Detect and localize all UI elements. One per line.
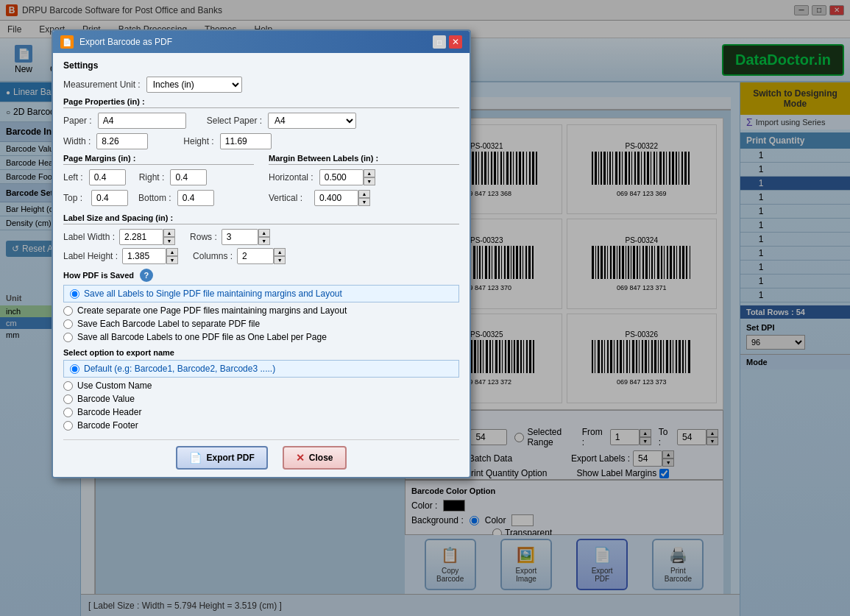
export-name-opt4-label[interactable]: Barcode Header <box>63 406 459 419</box>
lh-up-btn[interactable]: ▲ <box>166 248 178 256</box>
vertical-margin-row: Vertical : ▲ ▼ <box>269 190 459 206</box>
export-name-opt1-label[interactable]: Default (e.g: Barcode1, Barcode2, Barcod… <box>70 364 453 374</box>
modal-titlebar: 📄 Export Barcode as PDF □ ✕ <box>53 31 470 53</box>
left-right-margin-row: Left : Right : <box>63 169 254 185</box>
page-properties-title: Page Properties (in) : <box>63 97 459 108</box>
bottom-label: Bottom : <box>138 193 171 203</box>
pdf-option-4-row: Save all Barcode Labels to one PDF file … <box>63 330 459 344</box>
margin-between-group: Margin Between Labels (in) : Horizontal … <box>269 154 459 210</box>
select-paper-label: Select Paper : <box>207 116 262 126</box>
pdf-option-2-row: Create separate one Page PDF files maint… <box>63 304 459 317</box>
cols-up-btn[interactable]: ▲ <box>274 248 286 256</box>
cols-down-btn[interactable]: ▼ <box>274 256 286 264</box>
label-size-title: Label Size and Spacing (in) : <box>63 213 459 224</box>
bottom-input[interactable] <box>177 190 214 206</box>
columns-label: Columns : <box>193 251 233 261</box>
rows-group: Rows : ▲ ▼ <box>190 229 270 245</box>
left-label: Left : <box>63 172 83 183</box>
export-pdf-modal-btn[interactable]: 📄 Export PDF <box>176 446 267 470</box>
modal-icon: 📄 <box>60 35 74 49</box>
modal-action-buttons: 📄 Export PDF ✕ Close <box>63 439 459 470</box>
horizontal-input[interactable] <box>319 169 364 185</box>
export-name-opt3-label[interactable]: Barcode Value <box>63 392 459 406</box>
height-input[interactable] <box>220 133 272 149</box>
export-name-opt1-radio[interactable] <box>70 364 79 374</box>
width-label: Width : <box>63 136 91 146</box>
export-pdf-modal: 📄 Export Barcode as PDF □ ✕ Settings Mea… <box>52 29 471 478</box>
left-input[interactable] <box>89 169 126 185</box>
close-modal-btn[interactable]: ✕ Close <box>283 446 347 470</box>
vert-down-btn[interactable]: ▼ <box>358 198 370 206</box>
how-pdf-row: How PDF is Saved ? <box>63 269 459 282</box>
export-name-opt5-radio[interactable] <box>63 421 73 431</box>
label-height-group: Label Height : ▲ ▼ <box>63 248 178 264</box>
columns-input[interactable] <box>237 248 274 264</box>
export-name-opt4-radio[interactable] <box>63 408 73 417</box>
settings-label: Settings <box>63 60 459 71</box>
export-name-opt3-radio[interactable] <box>63 394 73 404</box>
vertical-label: Vertical : <box>269 193 302 203</box>
pdf-option-4-radio[interactable] <box>63 333 73 342</box>
label-size-row: Label Width : ▲ ▼ Rows : ▲ <box>63 229 459 245</box>
export-name-opt2-label[interactable]: Use Custom Name <box>63 379 459 392</box>
label-height-input[interactable] <box>122 248 166 264</box>
export-name-opt1-row: Default (e.g: Barcode1, Barcode2, Barcod… <box>63 360 459 378</box>
paper-input[interactable] <box>98 113 186 129</box>
export-name-opt5-label[interactable]: Barcode Footer <box>63 419 459 432</box>
select-export-title: Select option to export name <box>63 348 459 357</box>
columns-group: Columns : ▲ ▼ <box>193 248 286 264</box>
paper-label: Paper : <box>63 116 92 126</box>
rows-down-btn[interactable]: ▼ <box>258 237 270 245</box>
margins-section: Page Margins (in) : Left : Right : Top :… <box>63 154 459 210</box>
top-label: Top : <box>63 193 82 203</box>
right-label: Right : <box>139 172 165 183</box>
export-name-opt2-row: Use Custom Name <box>63 379 459 392</box>
horiz-up-btn[interactable]: ▲ <box>364 169 375 177</box>
rows-up-btn[interactable]: ▲ <box>258 229 270 237</box>
export-name-opt2-radio[interactable] <box>63 381 73 391</box>
margin-between-title: Margin Between Labels (in) : <box>269 154 459 165</box>
lw-down-btn[interactable]: ▼ <box>163 237 175 245</box>
lh-down-btn[interactable]: ▼ <box>166 256 178 264</box>
vert-up-btn[interactable]: ▲ <box>358 190 370 198</box>
modal-body: Settings Measurement Unit : Inches (in) … <box>53 53 470 477</box>
right-input[interactable] <box>170 169 207 185</box>
width-input[interactable] <box>96 133 148 149</box>
vertical-input[interactable] <box>314 190 358 206</box>
rows-label: Rows : <box>190 232 217 242</box>
label-height-label: Label Height : <box>63 251 118 261</box>
label-width-input[interactable] <box>119 229 163 245</box>
pdf-option-1-label[interactable]: Save all Labels to Single PDF file maint… <box>70 288 453 299</box>
lw-up-btn[interactable]: ▲ <box>163 229 175 237</box>
modal-title: Export Barcode as PDF <box>79 37 172 47</box>
measurement-unit-select[interactable]: Inches (in) <box>146 77 242 93</box>
pdf-option-3-row: Save Each Barcode Label to separate PDF … <box>63 317 459 330</box>
horiz-down-btn[interactable]: ▼ <box>364 177 375 185</box>
page-margins-group: Page Margins (in) : Left : Right : Top :… <box>63 154 254 210</box>
export-name-opt4-row: Barcode Header <box>63 406 459 419</box>
horizontal-margin-row: Horizontal : ▲ ▼ <box>269 169 459 185</box>
pdf-option-2-label[interactable]: Create separate one Page PDF files maint… <box>63 304 459 317</box>
pdf-option-1-radio[interactable] <box>70 289 79 299</box>
modal-title-group: 📄 Export Barcode as PDF <box>60 35 172 49</box>
modal-close-btn[interactable]: ✕ <box>449 35 462 49</box>
horizontal-label: Horizontal : <box>269 172 314 183</box>
measurement-unit-label: Measurement Unit : <box>63 79 141 90</box>
rows-input[interactable] <box>222 229 258 245</box>
modal-restore-btn[interactable]: □ <box>433 35 446 49</box>
export-pdf-modal-icon: 📄 <box>189 452 202 464</box>
measurement-unit-row: Measurement Unit : Inches (in) <box>63 77 459 93</box>
pdf-option-4-label[interactable]: Save all Barcode Labels to one PDF file … <box>63 330 459 344</box>
page-margins-title: Page Margins (in) : <box>63 154 254 165</box>
dimensions-row: Width : Height : <box>63 133 459 149</box>
pdf-option-3-label[interactable]: Save Each Barcode Label to separate PDF … <box>63 317 459 330</box>
top-bottom-margin-row: Top : Bottom : <box>63 190 254 206</box>
select-paper-select[interactable]: A4 <box>268 113 356 129</box>
pdf-option-2-radio[interactable] <box>63 306 73 316</box>
pdf-option-1-row: Save all Labels to Single PDF file maint… <box>63 285 459 302</box>
export-name-opt5-row: Barcode Footer <box>63 419 459 432</box>
top-input[interactable] <box>91 190 128 206</box>
pdf-option-3-radio[interactable] <box>63 319 73 329</box>
help-icon[interactable]: ? <box>140 269 153 282</box>
how-pdf-title: How PDF is Saved <box>63 271 134 280</box>
